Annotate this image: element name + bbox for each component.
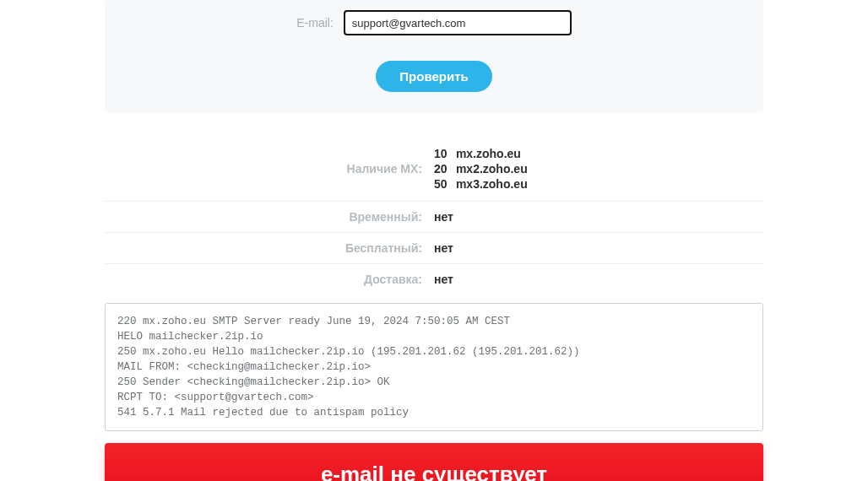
mx-priority: 20 bbox=[434, 161, 453, 176]
result-banner: e-mail не существует bbox=[105, 443, 763, 481]
free-label: Бесплатный: bbox=[105, 241, 434, 255]
delivery-row: Доставка: нет bbox=[105, 264, 763, 295]
check-button[interactable]: Проверить bbox=[376, 61, 491, 92]
results-table: Наличие MX: 10 mx.zoho.eu 20 mx2.zoho.eu… bbox=[105, 138, 763, 295]
email-input[interactable] bbox=[344, 10, 572, 35]
mx-entry: 50 mx3.zoho.eu bbox=[434, 176, 763, 192]
main-container: E-mail: Проверить Наличие MX: 10 mx.zoho… bbox=[105, 0, 763, 481]
mx-host: mx.zoho.eu bbox=[456, 147, 521, 160]
free-value: нет bbox=[434, 241, 763, 255]
delivery-value: нет bbox=[434, 273, 763, 286]
mx-row: Наличие MX: 10 mx.zoho.eu 20 mx2.zoho.eu… bbox=[105, 138, 763, 202]
mx-entry: 20 mx2.zoho.eu bbox=[434, 161, 763, 176]
smtp-log: 220 mx.zoho.eu SMTP Server ready June 19… bbox=[105, 303, 763, 432]
temporary-row: Временный: нет bbox=[105, 202, 763, 233]
delivery-label: Доставка: bbox=[105, 273, 434, 286]
mx-list: 10 mx.zoho.eu 20 mx2.zoho.eu 50 mx3.zoho… bbox=[434, 146, 763, 192]
mx-priority: 10 bbox=[434, 146, 453, 161]
email-row: E-mail: bbox=[122, 10, 746, 35]
free-row: Бесплатный: нет bbox=[105, 233, 763, 264]
form-panel: E-mail: Проверить bbox=[105, 0, 763, 112]
email-label: E-mail: bbox=[296, 16, 334, 30]
mx-host: mx3.zoho.eu bbox=[456, 177, 528, 191]
temporary-value: нет bbox=[434, 210, 763, 224]
mx-entry: 10 mx.zoho.eu bbox=[434, 146, 763, 161]
mx-priority: 50 bbox=[434, 176, 453, 192]
mx-label: Наличие MX: bbox=[105, 162, 434, 176]
mx-host: mx2.zoho.eu bbox=[456, 162, 528, 176]
temporary-label: Временный: bbox=[105, 210, 434, 224]
